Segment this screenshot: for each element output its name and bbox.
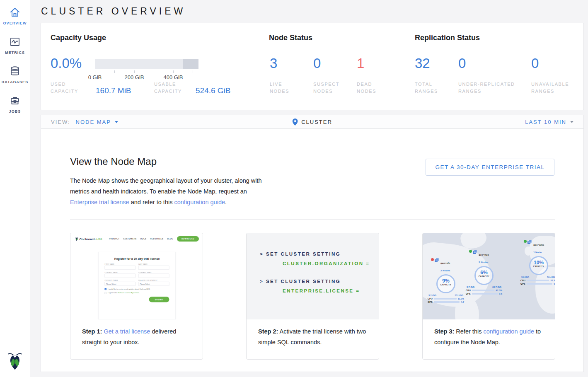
capacity-bar — [95, 59, 198, 69]
sidebar-item-metrics[interactable]: METRICS — [0, 29, 30, 59]
capacity-gauge: 10% CAPACITY — [529, 256, 548, 275]
get-trial-license-link[interactable]: Get a trial license — [104, 328, 150, 335]
nodes-cube-icon — [435, 258, 439, 263]
chevron-down-icon — [115, 121, 118, 123]
sql-arg-license: ENTERPRISE.LICENSE = — [283, 288, 379, 293]
mini-optin-checkbox: ✓ — [105, 288, 107, 290]
databases-icon — [0, 65, 30, 77]
page-title: CLUSTER OVERVIEW — [41, 6, 186, 17]
step3-node-map-preview: geo=sfo 2 Nodes 9% CAPACITY 3.2 GiB351 G… — [423, 233, 555, 319]
map-marker-sfo: geo=sfo 2 Nodes 9% CAPACITY 3.2 GiB351 G… — [428, 258, 464, 303]
step1-card: Cockroach LABS PRODUCT CUSTOMERS DOCS RE… — [70, 233, 203, 360]
breadcrumb-location: CLUSTER — [301, 119, 332, 125]
mini-company-email-input — [138, 274, 169, 278]
divider — [70, 219, 555, 220]
step2-card: > SET CLUSTER SETTING CLUSTER.ORGANIZATI… — [246, 233, 379, 360]
view-selector-dropdown[interactable]: NODE MAP — [76, 119, 118, 125]
jobs-icon — [0, 95, 30, 106]
dead-nodes-count: 1 — [357, 56, 364, 71]
step3-caption: Step 3: Refer this configuration guide t… — [423, 319, 555, 348]
unavailable-ranges-count: 0 — [531, 56, 539, 71]
node-map-panel: View the Node Map The Node Map shows the… — [41, 129, 584, 372]
sidebar-item-label: DATABASES — [0, 80, 30, 84]
description-text: and refer to this — [129, 199, 174, 205]
step1-caption: Step 1: Get a trial license delivered st… — [70, 319, 203, 348]
dead-nodes-label: DEAD NODES — [357, 81, 382, 95]
configuration-guide-link[interactable]: configuration guide — [174, 199, 225, 205]
mini-nav-resources: RESOURCES — [150, 238, 163, 240]
sidebar-item-label: JOBS — [0, 109, 30, 114]
sidebar: OVERVIEW METRICS DATABASES — [0, 0, 30, 377]
status-live-icon — [524, 240, 527, 243]
enterprise-trial-license-link[interactable]: Enterprise trial license — [70, 199, 129, 205]
sql-prompt: > — [260, 251, 264, 256]
status-dead-icon — [431, 258, 434, 261]
nodes-cube-icon — [528, 240, 532, 244]
chevron-down-icon — [570, 121, 573, 123]
mini-project-phase-select: Please Select — [105, 282, 136, 286]
step3-card: geo=sfo 2 Nodes 9% CAPACITY 3.2 GiB351 G… — [422, 233, 555, 360]
replication-status-title: Replication Status — [415, 34, 480, 42]
capacity-percent: 0.0% — [51, 56, 82, 71]
sidebar-item-jobs[interactable]: JOBS — [0, 88, 30, 118]
mini-license-agreement-link: Software License Agreement. — [118, 292, 140, 294]
metrics-icon — [0, 36, 30, 48]
map-marker-ams: geo=ams 1 Node 10% CAPACITY 3.6 GiB36.4 … — [520, 240, 555, 285]
cluster-stats-card: Capacity Usage 0.0% 0 GiB 200 GiB 400 Gi… — [41, 23, 584, 110]
view-bar: VIEW: NODE MAP CLUSTER LAST 10 MIN — [41, 115, 584, 129]
sidebar-item-databases[interactable]: DATABASES — [0, 59, 30, 88]
used-capacity-value: 160.7 MiB — [96, 86, 131, 95]
capacity-bar-reserved-segment — [183, 59, 198, 69]
usable-capacity-label: USABLE CAPACITY — [154, 81, 190, 95]
sql-arg-organization: CLUSTER.ORGANIZATION = — [283, 261, 379, 266]
sidebar-item-overview[interactable]: OVERVIEW — [0, 0, 30, 29]
mini-form-title: Register for a 30-day trial license — [105, 257, 169, 261]
mini-nav-docs: DOCS — [140, 238, 147, 240]
view-label: VIEW: — [51, 119, 70, 125]
capacity-gauge: 9% CAPACITY — [436, 274, 455, 293]
cockroach-bug-icon — [75, 237, 78, 241]
unavailable-ranges-label: UNAVAILABLE RANGES — [531, 81, 577, 95]
home-icon — [0, 7, 30, 18]
suspect-nodes-label: SUSPECT NODES — [313, 81, 343, 95]
mini-agree-checkbox — [105, 292, 107, 294]
sql-command: SET CLUSTER SETTING — [266, 279, 341, 284]
steps-row: Cockroach LABS PRODUCT CUSTOMERS DOCS RE… — [70, 233, 555, 360]
sql-command: SET CLUSTER SETTING — [266, 251, 341, 256]
live-nodes-label: LIVE NODES — [270, 81, 299, 95]
mini-site-navbar: Cockroach LABS PRODUCT CUSTOMERS DOCS RE… — [70, 233, 203, 244]
time-range-value: LAST 10 MIN — [525, 119, 566, 125]
mini-company-name-input — [105, 274, 136, 278]
description-text: . — [225, 199, 227, 205]
suspect-nodes-count: 0 — [313, 56, 321, 71]
node-status-title: Node Status — [269, 34, 312, 42]
capacity-tick-400: 400 GiB — [164, 74, 183, 80]
enterprise-trial-button[interactable]: GET A 30-DAY ENTERPRISE TRIAL — [426, 159, 554, 176]
breadcrumb: CLUSTER — [292, 118, 332, 126]
under-replicated-ranges-count: 0 — [458, 56, 466, 71]
total-ranges-label: TOTAL RANGES — [415, 81, 444, 95]
mini-last-name-input — [138, 266, 169, 270]
mini-nav-customers: CUSTOMERS — [123, 238, 136, 240]
mini-trial-form: Register for a 30-day trial license FIRS… — [98, 252, 176, 319]
sql-prompt: > — [260, 279, 264, 284]
view-selector-value: NODE MAP — [76, 119, 111, 125]
mini-submit-button: SUBMIT — [149, 297, 169, 302]
usable-capacity-value: 524.6 GiB — [196, 86, 231, 95]
configuration-guide-link[interactable]: configuration guide — [483, 328, 534, 335]
step2-sql-snippet: > SET CLUSTER SETTING CLUSTER.ORGANIZATI… — [247, 233, 379, 319]
capacity-usage-title: Capacity Usage — [51, 34, 106, 42]
cockroachdb-logo-icon — [7, 351, 22, 372]
description-text: The Node Map shows the geographical layo… — [70, 177, 262, 195]
mini-site-logo: Cockroach LABS — [75, 237, 102, 241]
sidebar-item-label: OVERVIEW — [0, 21, 30, 25]
under-replicated-ranges-label: UNDER-REPLICATED RANGES — [458, 81, 525, 95]
mini-nav-product: PRODUCT — [109, 238, 119, 240]
total-ranges-count: 32 — [415, 56, 430, 71]
time-range-dropdown[interactable]: LAST 10 MIN — [525, 119, 573, 125]
map-pin-icon — [292, 118, 298, 126]
capacity-tick-0: 0 GiB — [88, 74, 102, 80]
capacity-tick-200: 200 GiB — [125, 74, 144, 80]
step2-caption: Step 2: Activate the trial license with … — [247, 319, 379, 348]
live-nodes-count: 3 — [270, 56, 277, 71]
